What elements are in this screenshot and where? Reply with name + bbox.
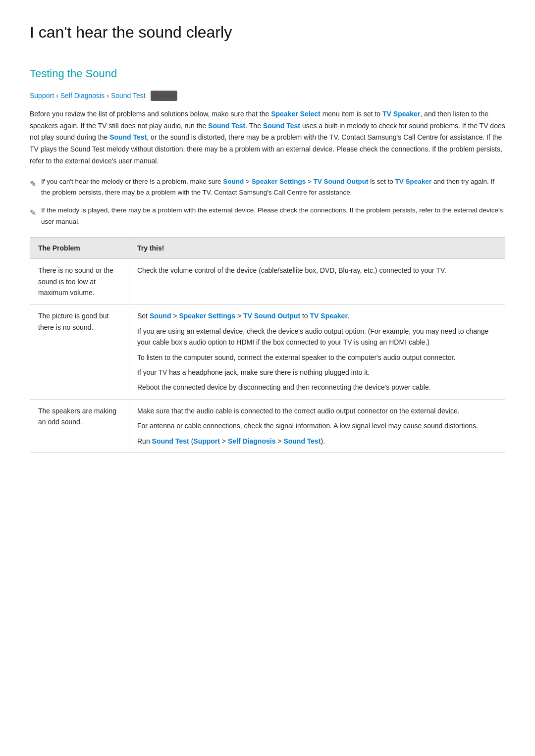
note-text-2: If the melody is played, there may be a … (41, 205, 505, 227)
link-speaker-select[interactable]: Speaker Select (271, 110, 321, 118)
link-support-run[interactable]: Support (193, 437, 220, 445)
breadcrumb-sep2: › (107, 90, 109, 101)
problem-cell-1: There is no sound or the sound is too lo… (30, 259, 129, 304)
table-header-solution: Try this! (129, 237, 505, 258)
note-item-2: ✎ If the melody is played, there may be … (30, 205, 505, 227)
breadcrumb-support[interactable]: Support (30, 90, 54, 101)
link-sound-test-2[interactable]: Sound Test (263, 122, 300, 130)
table-row-3: The speakers are making an odd sound. Ma… (30, 399, 505, 453)
link-speaker-settings[interactable]: Speaker Settings (252, 178, 306, 185)
link-tv-sound-output-1[interactable]: TV Sound Output (314, 178, 369, 185)
try-now-badge[interactable]: Try Now (151, 91, 178, 101)
link-sound-2[interactable]: Sound (150, 312, 171, 320)
link-tv-speaker-1[interactable]: TV Speaker (382, 110, 420, 118)
note-item-1: ✎ If you can't hear the melody or there … (30, 176, 505, 199)
table-row-2: The picture is good but there is no soun… (30, 304, 505, 399)
link-speaker-settings-2[interactable]: Speaker Settings (179, 312, 235, 320)
link-sound-test-run2[interactable]: Sound Test (283, 437, 321, 445)
link-self-diagnosis-run[interactable]: Self Diagnosis (228, 437, 275, 445)
note-text-1: If you can't hear the melody or there is… (41, 176, 505, 199)
intro-paragraph: Before you review the list of problems a… (30, 108, 505, 167)
table-row-1: There is no sound or the sound is too lo… (30, 259, 505, 304)
link-sound-test-1[interactable]: Sound Test (208, 122, 245, 130)
link-tv-speaker-2[interactable]: TV Speaker (395, 178, 432, 185)
link-sound-test-3[interactable]: Sound Test (109, 133, 147, 141)
problem-cell-2: The picture is good but there is no soun… (30, 304, 129, 399)
notes-list: ✎ If you can't hear the melody or there … (30, 176, 505, 227)
link-sound[interactable]: Sound (223, 178, 244, 185)
solution-cell-3: Make sure that the audio cable is connec… (129, 399, 505, 453)
table-header-problem: The Problem (30, 237, 129, 258)
link-tv-speaker-3[interactable]: TV Speaker (310, 312, 348, 320)
breadcrumb-sound-test[interactable]: Sound Test (111, 90, 146, 101)
pencil-icon-2: ✎ (30, 206, 36, 219)
pencil-icon-1: ✎ (30, 178, 36, 191)
page-title: I can't hear the sound clearly (30, 20, 505, 45)
link-tv-sound-output-2[interactable]: TV Sound Output (243, 312, 300, 320)
breadcrumb: Support › Self Diagnosis › Sound Test Tr… (30, 90, 505, 101)
breadcrumb-sep1: › (56, 90, 58, 101)
section-title: Testing the Sound (30, 65, 505, 82)
problem-cell-3: The speakers are making an odd sound. (30, 399, 129, 453)
solution-cell-1: Check the volume control of the device (… (129, 259, 505, 304)
breadcrumb-self-diagnosis[interactable]: Self Diagnosis (60, 90, 105, 101)
solution-cell-2: Set Sound > Speaker Settings > TV Sound … (129, 304, 505, 399)
link-sound-test-run[interactable]: Sound Test (152, 437, 189, 445)
problem-solution-table: The Problem Try this! There is no sound … (30, 237, 505, 453)
